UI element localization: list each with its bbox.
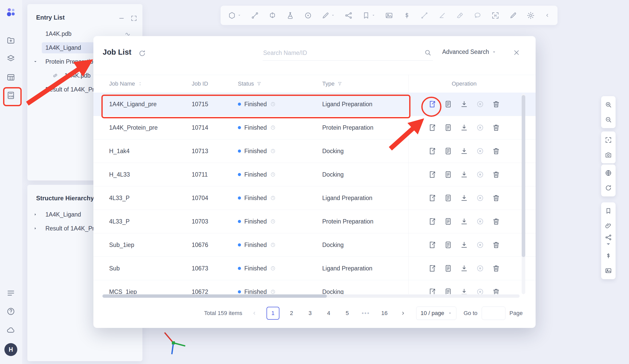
column-header-job-name[interactable]: Job Name xyxy=(109,75,143,93)
job-row[interactable]: Sub_1iep10676FinishedDocking xyxy=(93,233,536,257)
duration-icon[interactable] xyxy=(270,172,276,177)
eraser-tool[interactable] xyxy=(456,11,464,20)
annotate-pen-tool[interactable] xyxy=(509,11,517,20)
atom-ring-tool[interactable] xyxy=(304,11,312,20)
sidebar-list-button[interactable] xyxy=(5,287,17,299)
refresh-button[interactable] xyxy=(601,180,616,195)
job-row[interactable]: Sub10673FinishedLigand Preparation xyxy=(93,257,536,280)
vertical-scrollbar-thumb[interactable] xyxy=(522,95,525,257)
currency-button[interactable] xyxy=(601,248,616,263)
job-row[interactable]: 4L33_P10703FinishedProtein Preparation xyxy=(93,210,536,233)
frame-h-tool[interactable]: H xyxy=(491,11,499,20)
delete-button[interactable] xyxy=(492,194,500,202)
structure-hexagon-tool[interactable] xyxy=(228,11,241,20)
job-row[interactable]: MCS_1iep10672FinishedDocking xyxy=(93,280,536,294)
page-size-select[interactable]: 10 / page xyxy=(416,307,456,320)
workflow-nodes-button[interactable] xyxy=(601,233,616,248)
globe-button[interactable] xyxy=(601,166,616,180)
view-result-button[interactable] xyxy=(428,264,436,272)
sidebar-cloud-button[interactable] xyxy=(5,324,17,336)
horizontal-scrollbar-thumb[interactable] xyxy=(102,294,327,298)
view-result-button[interactable] xyxy=(428,194,436,202)
caret-right-icon[interactable] xyxy=(33,226,42,231)
job-row[interactable]: 1A4K_Ligand_pre10715FinishedLigand Prepa… xyxy=(93,93,536,116)
delete-button[interactable] xyxy=(492,241,500,249)
delete-button[interactable] xyxy=(492,288,500,294)
delete-button[interactable] xyxy=(492,123,500,132)
currency-tool[interactable] xyxy=(403,11,411,20)
view-log-button[interactable] xyxy=(444,264,452,272)
flask-tool[interactable] xyxy=(286,11,294,20)
view-result-button[interactable] xyxy=(428,170,436,179)
download-button[interactable] xyxy=(460,217,468,226)
view-log-button[interactable] xyxy=(444,241,452,249)
caret-right-icon[interactable] xyxy=(33,212,42,217)
view-log-button[interactable] xyxy=(444,147,452,155)
view-log-button[interactable] xyxy=(444,100,452,108)
download-button[interactable] xyxy=(460,100,468,108)
fit-view-button[interactable] xyxy=(601,133,616,147)
job-row[interactable]: H_4L3310711FinishedDocking xyxy=(93,163,536,186)
view-result-button[interactable] xyxy=(428,147,436,155)
sidebar-layers-button[interactable] xyxy=(5,53,17,64)
screenshot-camera-button[interactable] xyxy=(601,147,616,162)
duration-icon[interactable] xyxy=(270,195,276,201)
view-log-button[interactable] xyxy=(444,288,452,294)
view-log-button[interactable] xyxy=(444,123,452,132)
duration-icon[interactable] xyxy=(270,266,276,271)
page-button-3[interactable]: 3 xyxy=(304,307,317,320)
download-button[interactable] xyxy=(460,288,468,294)
page-button-1[interactable]: 1 xyxy=(267,307,279,320)
close-modal-icon[interactable] xyxy=(512,48,521,57)
paperclip-button[interactable] xyxy=(601,218,616,233)
duration-icon[interactable] xyxy=(270,242,276,248)
pencil-tool[interactable] xyxy=(321,11,335,20)
panorama-image-tool[interactable] xyxy=(385,11,393,20)
sort-icon[interactable] xyxy=(138,81,143,86)
delete-button[interactable] xyxy=(492,147,500,155)
zoom-out-button[interactable] xyxy=(601,112,616,127)
advanced-search-button[interactable]: Advanced Search xyxy=(442,48,496,55)
job-row[interactable]: 4L33_P10704FinishedLigand Preparation xyxy=(93,186,536,210)
column-header-status[interactable]: Status xyxy=(238,75,262,93)
delete-button[interactable] xyxy=(492,264,500,272)
view-log-button[interactable] xyxy=(444,170,452,179)
duration-icon[interactable] xyxy=(270,101,276,107)
download-button[interactable] xyxy=(460,194,468,202)
delete-button[interactable] xyxy=(492,217,500,226)
download-button[interactable] xyxy=(460,123,468,132)
previous-page-button[interactable] xyxy=(248,307,261,320)
lasso-tool[interactable] xyxy=(473,11,482,20)
refresh-jobs-icon[interactable] xyxy=(138,49,146,57)
minimize-panel-icon[interactable] xyxy=(118,15,125,22)
measure-line-tool[interactable] xyxy=(420,11,429,20)
funnel-icon[interactable] xyxy=(337,81,342,86)
page-button-16[interactable]: 16 xyxy=(378,307,391,320)
caret-down-icon[interactable] xyxy=(33,59,42,64)
duration-icon[interactable] xyxy=(270,148,276,154)
view-result-button[interactable] xyxy=(428,241,436,249)
page-button-4[interactable]: 4 xyxy=(322,307,335,320)
fragment-tool[interactable] xyxy=(268,11,277,20)
job-row[interactable]: H_1ak410713FinishedDocking xyxy=(93,139,536,163)
bond-tool[interactable] xyxy=(251,11,259,20)
view-result-button[interactable] xyxy=(428,288,436,294)
panorama-image-button[interactable] xyxy=(601,263,616,278)
zoom-in-button[interactable] xyxy=(601,97,616,112)
view-log-button[interactable] xyxy=(444,217,452,226)
view-log-button[interactable] xyxy=(444,194,452,202)
maximize-panel-icon[interactable] xyxy=(131,15,137,22)
user-avatar[interactable]: H xyxy=(4,343,17,356)
delete-button[interactable] xyxy=(492,170,500,179)
workflow-nodes-tool[interactable] xyxy=(344,11,353,20)
column-header-type[interactable]: Type xyxy=(322,75,342,93)
next-page-button[interactable] xyxy=(397,307,409,320)
view-result-button[interactable] xyxy=(428,100,436,108)
view-result-button[interactable] xyxy=(428,123,436,132)
goto-page-input[interactable] xyxy=(482,307,505,320)
download-button[interactable] xyxy=(460,170,468,179)
bookmark-tool[interactable] xyxy=(362,11,375,20)
duration-icon[interactable] xyxy=(270,125,276,130)
duration-icon[interactable] xyxy=(270,219,276,224)
view-result-button[interactable] xyxy=(428,217,436,226)
